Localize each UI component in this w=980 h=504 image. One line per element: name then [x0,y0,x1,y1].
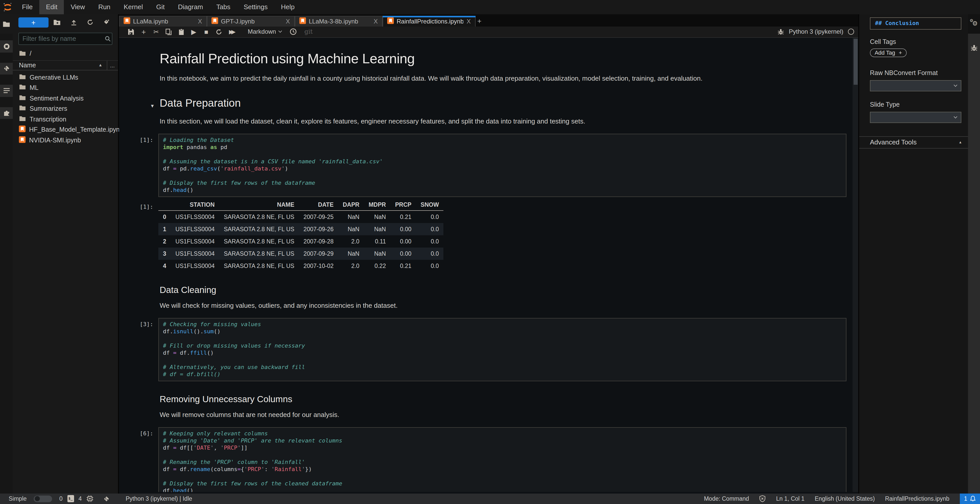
extensions-icon[interactable] [0,107,13,119]
table-cell: 0.00 [391,223,416,235]
filter-files-input[interactable] [22,35,105,42]
kernel-name-label[interactable]: Python 3 (ipykernel) [789,28,843,35]
terminals-count[interactable]: 0 [59,496,62,502]
restart-run-all-icon[interactable]: ▶▶ [225,26,237,37]
raw-nbconvert-select[interactable] [870,80,961,91]
paste-icon[interactable] [175,26,188,37]
code-editor[interactable]: # Keeping only relevant columns# Assumin… [158,427,846,492]
tab-llama-3-8b-ipynb[interactable]: LLaMa-3-8b.ipynbX [294,16,382,26]
menu-item-diagram[interactable]: Diagram [171,0,210,14]
sort-ascending-icon[interactable]: ▲ [98,63,107,67]
restart-kernel-icon[interactable] [213,26,225,37]
close-icon[interactable]: X [198,17,202,25]
copy-icon[interactable] [162,26,175,37]
menu-item-settings[interactable]: Settings [237,0,274,14]
git-icon[interactable] [0,62,13,74]
slide-type-select[interactable] [870,111,961,123]
property-inspector-icon[interactable]: ⚙⚙ [968,14,980,34]
debugger-icon[interactable] [968,38,980,58]
stop-icon[interactable]: ■ [200,26,213,37]
table-cell: 0.0 [416,260,444,272]
new-tag-icon[interactable] [103,19,110,26]
markdown-cell[interactable]: Data CleaningWe will check for missing v… [119,284,853,309]
menu-item-kernel[interactable]: Kernel [117,0,150,14]
table-header-cell: SNOW [416,199,444,210]
folder-icon [19,95,26,102]
breadcrumb-root[interactable]: / [30,49,32,57]
upload-icon[interactable] [71,19,77,26]
home-folder-icon[interactable] [19,50,26,56]
new-launcher-button[interactable]: + [18,17,49,27]
code-cell[interactable]: [3]:# Checking for missing valuesdf.isnu… [119,318,853,381]
history-icon[interactable] [287,26,299,37]
tab-rainfallpredictions-ipynb[interactable]: RainfallPredictions.ipynbX [382,16,475,26]
file-browser-icon[interactable] [0,14,13,34]
tab-label: LLaMa-3-8b.ipynb [309,17,371,25]
file-list-item-folder[interactable]: Sentiment Analysis [13,93,118,104]
menu-item-view[interactable]: View [64,0,92,14]
table-cell: 4 [158,260,171,272]
terminal-icon[interactable]: $_ [67,495,74,502]
kernel-chip-icon[interactable] [86,495,94,502]
file-list-item-notebook[interactable]: HF_Base_Model_Template.ipynb [13,125,118,135]
notebook-scrollbar[interactable] [853,38,858,492]
menu-item-help[interactable]: Help [274,0,301,14]
code-editor[interactable]: # Checking for missing valuesdf.isnull()… [158,318,846,381]
new-tab-button[interactable]: + [475,16,484,26]
close-icon[interactable]: X [467,17,471,25]
notifications-button[interactable]: 1 [959,493,980,504]
file-list-more-button[interactable]: ... [107,60,118,70]
file-list-item-notebook[interactable]: NVIDIA-SMI.ipynb [13,135,118,146]
command-mode-label[interactable]: Mode: Command [704,496,749,502]
add-tag-button[interactable]: Add Tag+ [870,48,907,57]
markdown-cell[interactable]: Removing Unnecessary ColumnsWe will remo… [119,393,853,419]
menu-item-edit[interactable]: Edit [39,0,64,14]
trust-shield-icon[interactable] [759,495,766,502]
code-editor[interactable]: # Loading the Datasetimport pandas as pd… [158,133,846,197]
markdown-cell[interactable]: ▾Data PreparationIn this section, we wil… [119,96,853,125]
markdown-cell[interactable]: Rainfall Prediction using Machine Learni… [119,51,853,82]
active-cell-editor[interactable]: ## Conclusion [870,17,961,29]
close-icon[interactable]: X [374,17,378,25]
main-dock: LLaMa.ipynbXGPT-J.ipynbXLLaMa-3-8b.ipynb… [119,14,858,493]
bug-icon[interactable] [778,29,784,35]
running-sessions-icon[interactable] [0,40,13,52]
scrollbar-thumb[interactable] [853,38,858,84]
cut-icon[interactable]: ✂ [150,26,162,37]
table-of-contents-icon[interactable] [0,85,13,97]
language-label[interactable]: English (United States) [815,496,875,502]
menu-item-file[interactable]: File [15,0,39,14]
run-icon[interactable]: ▶ [188,26,200,37]
raw-nbconvert-label: Raw NBConvert Format [870,69,961,76]
save-icon[interactable] [125,26,137,37]
cursor-position-label[interactable]: Ln 1, Col 1 [776,496,805,502]
notebook-scroll-area[interactable]: Rainfall Prediction using Machine Learni… [119,38,853,492]
menu-item-git[interactable]: Git [150,0,171,14]
file-list-header[interactable]: Name ▲ ... [13,60,118,70]
menu-item-run[interactable]: Run [92,0,117,14]
kernels-count[interactable]: 4 [78,496,82,502]
close-icon[interactable]: X [286,17,290,25]
code-cell[interactable]: [6]:# Keeping only relevant columns# Ass… [119,427,853,492]
file-list-item-folder[interactable]: Generative LLMs [13,72,118,83]
tab-gpt-j-ipynb[interactable]: GPT-J.ipynbX [207,16,294,26]
new-folder-icon[interactable] [53,19,61,25]
file-list-item-folder[interactable]: ML [13,83,118,93]
collapse-up-icon: ▴ [959,140,961,144]
simple-mode-toggle[interactable] [34,495,52,502]
git-status-icon[interactable] [103,495,110,502]
refresh-icon[interactable] [87,19,94,26]
kernel-status-label[interactable]: Python 3 (ipykernel) | Idle [126,496,192,502]
menu-item-tabs[interactable]: Tabs [210,0,237,14]
table-cell: 1 [158,223,171,235]
cell-type-dropdown[interactable]: Markdown [245,28,285,35]
table-cell: 2007-09-28 [299,235,338,247]
section-collapser-icon[interactable]: ▾ [151,99,154,112]
table-header-cell: PRCP [391,199,416,210]
file-list-item-folder[interactable]: Transcription [13,114,118,125]
code-cell[interactable]: [1]:# Loading the Datasetimport pandas a… [119,133,853,197]
insert-cell-icon[interactable]: + [137,26,150,37]
file-list-item-folder[interactable]: Summarizers [13,104,118,114]
advanced-tools-header[interactable]: Advanced Tools ▴ [859,136,968,148]
tab-llama-ipynb[interactable]: LLaMa.ipynbX [119,16,207,26]
